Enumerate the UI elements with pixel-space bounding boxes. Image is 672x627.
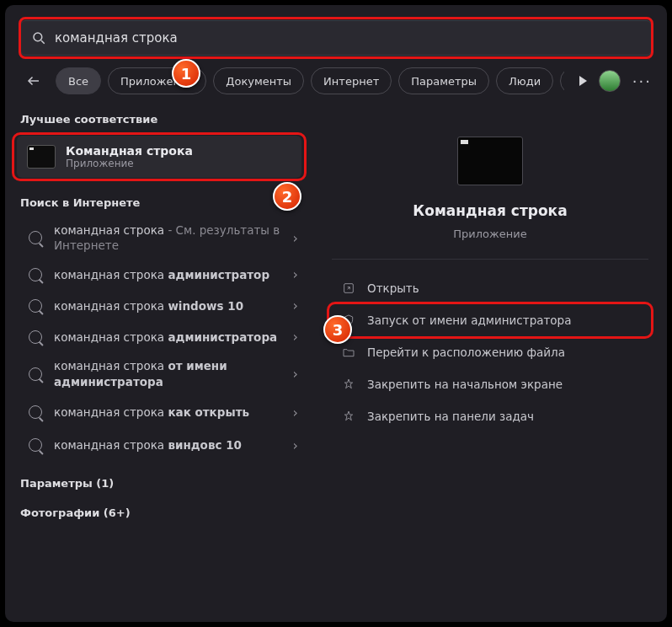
preview-title: Командная строка xyxy=(413,202,567,219)
search-icon xyxy=(29,231,42,244)
search-input[interactable] xyxy=(55,30,641,46)
action-label: Перейти к расположению файла xyxy=(367,346,565,359)
search-box[interactable] xyxy=(20,20,652,56)
action-pin-taskbar[interactable]: Закрепить на панели задач xyxy=(332,401,648,431)
best-match-title: Командная строка xyxy=(66,144,193,158)
web-result-text: командная строка windows 10 xyxy=(54,298,281,314)
action-label: Открыть xyxy=(367,281,419,295)
filter-chip-docs[interactable]: Документы xyxy=(213,67,304,94)
back-button[interactable] xyxy=(20,67,47,94)
best-match-item[interactable]: Командная строка Приложение xyxy=(17,136,301,178)
action-open[interactable]: Открыть xyxy=(332,273,648,303)
search-icon xyxy=(31,30,46,46)
chevron-right-icon: › xyxy=(293,266,298,282)
photos-section-header[interactable]: Фотографии (6+) xyxy=(5,496,313,526)
action-open-file-location[interactable]: Перейти к расположению файла xyxy=(332,337,648,367)
actions-list: Открыть Запуск от имени администратора П… xyxy=(332,260,648,431)
chevron-right-icon: › xyxy=(293,437,298,453)
annotation-marker-1: 1 xyxy=(172,59,200,88)
filter-chip-people[interactable]: Люди xyxy=(496,67,553,94)
filter-chip-settings[interactable]: Параметры xyxy=(398,67,489,94)
pin-icon xyxy=(342,410,355,423)
chevron-right-icon: › xyxy=(293,405,298,421)
chevron-right-icon: › xyxy=(293,329,298,345)
action-pin-start[interactable]: Закрепить на начальном экране xyxy=(332,369,648,399)
web-result-2[interactable]: командная строка windows 10 › xyxy=(5,289,313,322)
open-icon xyxy=(342,281,355,295)
action-label: Закрепить на начальном экране xyxy=(367,378,563,391)
main-area: Лучшее соответствие Командная строка При… xyxy=(5,104,667,622)
search-bar-area xyxy=(5,5,667,64)
search-icon xyxy=(29,268,42,281)
chevron-right-icon: › xyxy=(293,366,298,382)
chevron-right-icon: › xyxy=(293,297,298,314)
web-result-3[interactable]: командная строка администратора › xyxy=(5,322,313,351)
filter-chips: Все Приложения Документы Интернет Параме… xyxy=(56,67,564,94)
annotation-marker-2: 2 xyxy=(273,182,301,211)
filter-chip-web[interactable]: Интернет xyxy=(311,67,392,94)
more-button[interactable]: ··· xyxy=(632,72,652,90)
folder-icon xyxy=(342,346,355,359)
web-result-text: командная строка как открыть xyxy=(54,405,281,420)
search-icon xyxy=(29,367,42,381)
results-panel: Лучшее соответствие Командная строка При… xyxy=(5,104,313,622)
filter-end-controls: ··· xyxy=(573,70,652,92)
preview-subtitle: Приложение xyxy=(453,228,526,240)
filter-chip-all[interactable]: Все xyxy=(56,67,101,94)
filter-row: Все Приложения Документы Интернет Параме… xyxy=(5,64,667,104)
preview-card: Командная строка Приложение xyxy=(332,121,648,260)
preview-panel: Командная строка Приложение Открыть Запу… xyxy=(313,104,667,622)
web-result-text: командная строка администратора xyxy=(54,330,281,345)
pin-icon xyxy=(342,378,355,391)
web-result-text: командная строка от имени администратора xyxy=(54,358,281,389)
web-result-6[interactable]: командная строка виндовс 10 › xyxy=(5,429,313,462)
web-result-text: командная строка виндовс 10 xyxy=(54,437,281,453)
search-icon xyxy=(29,330,42,344)
web-result-1[interactable]: командная строка администратор › xyxy=(5,260,313,289)
user-avatar[interactable] xyxy=(599,70,621,92)
search-icon xyxy=(29,405,42,419)
search-window: 1 Все Приложения Документы Интернет Пара… xyxy=(5,5,667,622)
action-label: Закрепить на панели задач xyxy=(367,410,534,423)
web-result-4[interactable]: командная строка от имени администратора… xyxy=(5,351,313,395)
web-result-text: командная строка администратор xyxy=(54,267,281,282)
play-icon[interactable] xyxy=(579,76,587,86)
svg-line-1 xyxy=(41,40,45,44)
filter-chip-more[interactable]: П xyxy=(560,67,564,94)
annotation-marker-3: 3 xyxy=(323,315,352,344)
best-match-header: Лучшее соответствие xyxy=(5,104,313,132)
best-match-subtitle: Приложение xyxy=(66,158,193,169)
web-result-0[interactable]: командная строка - См. результаты в Инте… xyxy=(5,216,313,260)
search-icon xyxy=(29,299,42,313)
chevron-right-icon: › xyxy=(293,230,298,246)
cmd-icon xyxy=(27,145,56,169)
search-icon xyxy=(29,438,42,452)
best-match-text: Командная строка Приложение xyxy=(66,144,193,169)
action-run-as-admin[interactable]: Запуск от имени администратора xyxy=(332,305,648,335)
settings-section-header[interactable]: Параметры (1) xyxy=(5,462,313,496)
cmd-icon-large xyxy=(457,137,523,185)
web-search-header: Поиск в Интернете xyxy=(5,183,313,216)
web-result-5[interactable]: командная строка как открыть › xyxy=(5,396,313,429)
action-label: Запуск от имени администратора xyxy=(367,314,571,327)
web-result-text: командная строка - См. результаты в Инте… xyxy=(54,222,281,253)
svg-point-0 xyxy=(34,33,42,41)
